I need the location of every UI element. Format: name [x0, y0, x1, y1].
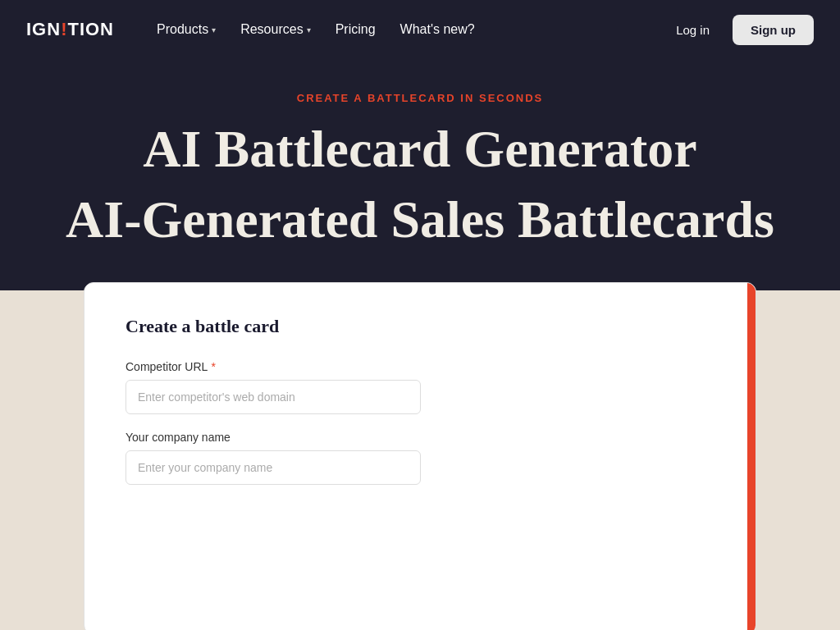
login-button[interactable]: Log in: [663, 16, 723, 43]
logo-text: IGN!TION: [26, 19, 114, 40]
logo[interactable]: IGN!TION: [26, 19, 114, 40]
hero-title-line1: AI Battlecard Generator: [49, 121, 791, 178]
content-section: Create a battle card Competitor URL * Yo…: [0, 290, 840, 630]
form-card: Create a battle card Competitor URL * Yo…: [84, 282, 756, 630]
navbar: IGN!TION Products ▾ Resources ▾ Pricing …: [0, 0, 840, 59]
chevron-down-icon: ▾: [307, 25, 311, 34]
chevron-down-icon: ▾: [212, 25, 216, 34]
nav-label-resources: Resources: [240, 22, 303, 37]
logo-exclaim: !: [61, 19, 67, 39]
signup-button[interactable]: Sign up: [733, 15, 814, 45]
nav-label-products: Products: [157, 22, 208, 37]
nav-item-whats-new[interactable]: What's new?: [390, 16, 485, 43]
required-indicator: *: [211, 360, 215, 373]
form-card-inner: Create a battle card Competitor URL * Yo…: [84, 283, 756, 630]
form-card-title: Create a battle card: [126, 316, 714, 337]
company-name-input[interactable]: [126, 450, 421, 485]
nav-right: Log in Sign up: [663, 15, 814, 45]
competitor-url-group: Competitor URL *: [126, 360, 714, 414]
nav-item-products[interactable]: Products ▾: [147, 16, 226, 43]
company-name-group: Your company name: [126, 431, 714, 485]
nav-links: Products ▾ Resources ▾ Pricing What's ne…: [147, 16, 663, 43]
company-name-label: Your company name: [126, 431, 714, 444]
nav-item-resources[interactable]: Resources ▾: [231, 16, 320, 43]
nav-label-whats-new: What's new?: [400, 22, 475, 37]
competitor-url-input[interactable]: [126, 380, 421, 414]
hero-eyebrow: CREATE A BATTLECARD IN SECONDS: [49, 92, 791, 104]
orange-accent-bar: [747, 283, 756, 630]
competitor-url-label: Competitor URL *: [126, 360, 714, 373]
nav-label-pricing: Pricing: [336, 22, 376, 37]
hero-title-line2: AI-Generated Sales Battlecards: [49, 191, 791, 249]
hero-section: CREATE A BATTLECARD IN SECONDS AI Battle…: [0, 59, 840, 290]
nav-item-pricing[interactable]: Pricing: [326, 16, 386, 43]
